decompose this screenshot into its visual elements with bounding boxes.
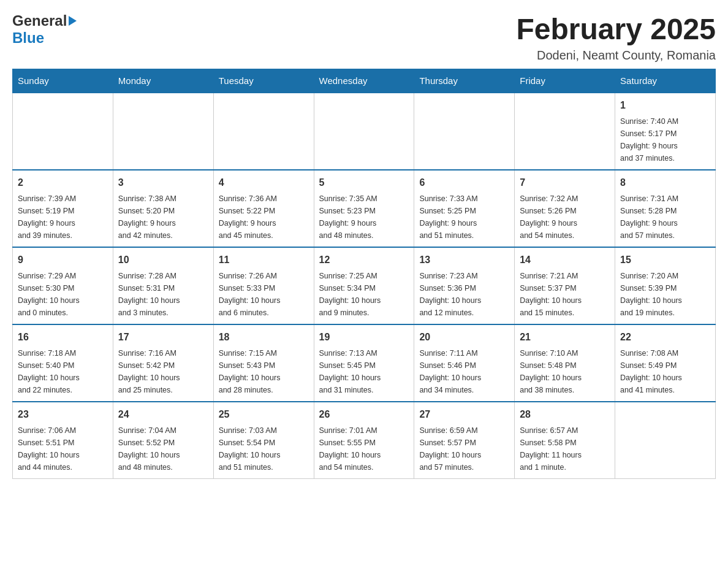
day-number: 1 xyxy=(620,98,710,113)
day-info: Sunrise: 7:39 AMSunset: 5:19 PMDaylight:… xyxy=(18,193,108,242)
calendar-cell: 21Sunrise: 7:10 AMSunset: 5:48 PMDayligh… xyxy=(515,324,615,402)
logo-blue-text: Blue xyxy=(12,29,44,47)
day-number: 19 xyxy=(319,330,409,345)
week-row-2: 9Sunrise: 7:29 AMSunset: 5:30 PMDaylight… xyxy=(13,247,716,324)
day-number: 4 xyxy=(219,175,309,190)
calendar-cell xyxy=(213,93,314,170)
day-number: 26 xyxy=(319,407,409,422)
day-number: 14 xyxy=(520,253,610,267)
day-info: Sunrise: 6:57 AMSunset: 5:58 PMDaylight:… xyxy=(520,424,610,473)
day-number: 20 xyxy=(419,330,509,345)
calendar-cell: 23Sunrise: 7:06 AMSunset: 5:51 PMDayligh… xyxy=(13,402,113,479)
calendar-cell xyxy=(414,93,515,170)
calendar-cell: 15Sunrise: 7:20 AMSunset: 5:39 PMDayligh… xyxy=(615,247,716,324)
calendar-cell xyxy=(515,93,615,170)
day-number: 23 xyxy=(18,407,108,422)
calendar-cell: 18Sunrise: 7:15 AMSunset: 5:43 PMDayligh… xyxy=(213,324,314,402)
calendar-cell xyxy=(615,402,716,479)
calendar-cell: 8Sunrise: 7:31 AMSunset: 5:28 PMDaylight… xyxy=(615,170,716,247)
logo-triangle-icon xyxy=(69,16,77,26)
week-row-0: 1Sunrise: 7:40 AMSunset: 5:17 PMDaylight… xyxy=(13,93,716,170)
day-number: 10 xyxy=(118,253,208,267)
day-info: Sunrise: 7:35 AMSunset: 5:23 PMDaylight:… xyxy=(319,193,409,242)
calendar-cell: 24Sunrise: 7:04 AMSunset: 5:52 PMDayligh… xyxy=(113,402,213,479)
page-header: General Blue February 2025 Dodeni, Neamt… xyxy=(12,12,716,63)
calendar-cell: 5Sunrise: 7:35 AMSunset: 5:23 PMDaylight… xyxy=(314,170,414,247)
day-info: Sunrise: 7:31 AMSunset: 5:28 PMDaylight:… xyxy=(620,193,710,242)
day-number: 15 xyxy=(620,253,710,267)
header-monday: Monday xyxy=(113,69,213,93)
calendar-cell: 7Sunrise: 7:32 AMSunset: 5:26 PMDaylight… xyxy=(515,170,615,247)
calendar-cell: 20Sunrise: 7:11 AMSunset: 5:46 PMDayligh… xyxy=(414,324,515,402)
calendar-cell: 2Sunrise: 7:39 AMSunset: 5:19 PMDaylight… xyxy=(13,170,113,247)
day-info: Sunrise: 7:13 AMSunset: 5:45 PMDaylight:… xyxy=(319,347,409,396)
day-number: 18 xyxy=(219,330,309,345)
day-number: 5 xyxy=(319,175,409,190)
calendar-table: SundayMondayTuesdayWednesdayThursdayFrid… xyxy=(12,69,716,479)
day-info: Sunrise: 7:01 AMSunset: 5:55 PMDaylight:… xyxy=(319,424,409,473)
calendar-cell: 17Sunrise: 7:16 AMSunset: 5:42 PMDayligh… xyxy=(113,324,213,402)
calendar-cell: 10Sunrise: 7:28 AMSunset: 5:31 PMDayligh… xyxy=(113,247,213,324)
day-info: Sunrise: 7:06 AMSunset: 5:51 PMDaylight:… xyxy=(18,424,108,473)
day-number: 7 xyxy=(520,175,610,190)
day-info: Sunrise: 7:03 AMSunset: 5:54 PMDaylight:… xyxy=(219,424,309,473)
calendar-cell xyxy=(13,93,113,170)
day-info: Sunrise: 7:28 AMSunset: 5:31 PMDaylight:… xyxy=(118,270,208,319)
calendar-cell: 9Sunrise: 7:29 AMSunset: 5:30 PMDaylight… xyxy=(13,247,113,324)
day-info: Sunrise: 7:08 AMSunset: 5:49 PMDaylight:… xyxy=(620,347,710,396)
page-title: February 2025 xyxy=(516,12,716,46)
day-info: Sunrise: 7:40 AMSunset: 5:17 PMDaylight:… xyxy=(620,115,710,164)
day-number: 28 xyxy=(520,407,610,422)
header-sunday: Sunday xyxy=(13,69,113,93)
logo: General Blue xyxy=(12,12,77,47)
day-info: Sunrise: 7:36 AMSunset: 5:22 PMDaylight:… xyxy=(219,193,309,242)
title-block: February 2025 Dodeni, Neamt County, Roma… xyxy=(516,12,716,63)
calendar-cell: 12Sunrise: 7:25 AMSunset: 5:34 PMDayligh… xyxy=(314,247,414,324)
calendar-cell: 19Sunrise: 7:13 AMSunset: 5:45 PMDayligh… xyxy=(314,324,414,402)
calendar-cell: 14Sunrise: 7:21 AMSunset: 5:37 PMDayligh… xyxy=(515,247,615,324)
logo-blue: Blue xyxy=(12,29,44,47)
day-info: Sunrise: 7:33 AMSunset: 5:25 PMDaylight:… xyxy=(419,193,509,242)
header-row: SundayMondayTuesdayWednesdayThursdayFrid… xyxy=(13,69,716,93)
day-info: Sunrise: 7:21 AMSunset: 5:37 PMDaylight:… xyxy=(520,270,610,319)
day-info: Sunrise: 7:38 AMSunset: 5:20 PMDaylight:… xyxy=(118,193,208,242)
calendar-cell xyxy=(113,93,213,170)
header-wednesday: Wednesday xyxy=(314,69,414,93)
day-number: 3 xyxy=(118,175,208,190)
page-subtitle: Dodeni, Neamt County, Romania xyxy=(516,48,716,63)
day-info: Sunrise: 6:59 AMSunset: 5:57 PMDaylight:… xyxy=(419,424,509,473)
day-info: Sunrise: 7:26 AMSunset: 5:33 PMDaylight:… xyxy=(219,270,309,319)
calendar-cell: 13Sunrise: 7:23 AMSunset: 5:36 PMDayligh… xyxy=(414,247,515,324)
day-info: Sunrise: 7:25 AMSunset: 5:34 PMDaylight:… xyxy=(319,270,409,319)
week-row-3: 16Sunrise: 7:18 AMSunset: 5:40 PMDayligh… xyxy=(13,324,716,402)
logo-general: General xyxy=(12,12,77,29)
day-info: Sunrise: 7:20 AMSunset: 5:39 PMDaylight:… xyxy=(620,270,710,319)
calendar-cell: 4Sunrise: 7:36 AMSunset: 5:22 PMDaylight… xyxy=(213,170,314,247)
day-info: Sunrise: 7:16 AMSunset: 5:42 PMDaylight:… xyxy=(118,347,208,396)
calendar-cell: 26Sunrise: 7:01 AMSunset: 5:55 PMDayligh… xyxy=(314,402,414,479)
day-info: Sunrise: 7:23 AMSunset: 5:36 PMDaylight:… xyxy=(419,270,509,319)
day-info: Sunrise: 7:32 AMSunset: 5:26 PMDaylight:… xyxy=(520,193,610,242)
header-tuesday: Tuesday xyxy=(213,69,314,93)
calendar-header: SundayMondayTuesdayWednesdayThursdayFrid… xyxy=(13,69,716,93)
calendar-cell: 11Sunrise: 7:26 AMSunset: 5:33 PMDayligh… xyxy=(213,247,314,324)
calendar-body: 1Sunrise: 7:40 AMSunset: 5:17 PMDaylight… xyxy=(13,93,716,479)
day-info: Sunrise: 7:18 AMSunset: 5:40 PMDaylight:… xyxy=(18,347,108,396)
calendar-cell: 28Sunrise: 6:57 AMSunset: 5:58 PMDayligh… xyxy=(515,402,615,479)
day-info: Sunrise: 7:15 AMSunset: 5:43 PMDaylight:… xyxy=(219,347,309,396)
day-number: 25 xyxy=(219,407,309,422)
day-number: 16 xyxy=(18,330,108,345)
day-info: Sunrise: 7:11 AMSunset: 5:46 PMDaylight:… xyxy=(419,347,509,396)
day-number: 24 xyxy=(118,407,208,422)
calendar-cell: 1Sunrise: 7:40 AMSunset: 5:17 PMDaylight… xyxy=(615,93,716,170)
calendar-cell: 6Sunrise: 7:33 AMSunset: 5:25 PMDaylight… xyxy=(414,170,515,247)
day-info: Sunrise: 7:10 AMSunset: 5:48 PMDaylight:… xyxy=(520,347,610,396)
day-number: 2 xyxy=(18,175,108,190)
calendar-cell: 16Sunrise: 7:18 AMSunset: 5:40 PMDayligh… xyxy=(13,324,113,402)
day-number: 9 xyxy=(18,253,108,267)
day-number: 11 xyxy=(219,253,309,267)
day-number: 12 xyxy=(319,253,409,267)
day-info: Sunrise: 7:04 AMSunset: 5:52 PMDaylight:… xyxy=(118,424,208,473)
calendar-cell: 3Sunrise: 7:38 AMSunset: 5:20 PMDaylight… xyxy=(113,170,213,247)
day-number: 27 xyxy=(419,407,509,422)
